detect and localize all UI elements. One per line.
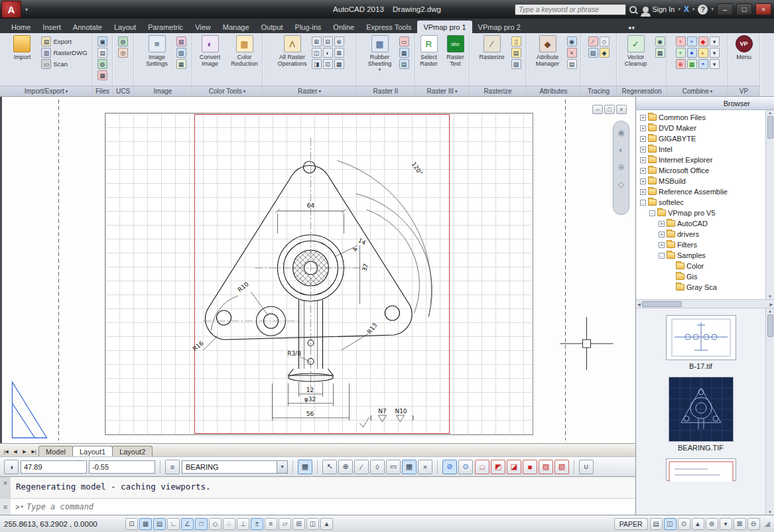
mask-hatch2[interactable]: ▧ bbox=[554, 460, 569, 474]
raster2-crop-icon[interactable]: ▭ bbox=[399, 36, 409, 46]
expand-icon[interactable]: + bbox=[640, 178, 646, 184]
polar-tracking[interactable]: ∠ bbox=[181, 518, 194, 530]
autoscale[interactable]: ⊚ bbox=[706, 518, 718, 530]
sign-in-button[interactable]: Sign In bbox=[652, 5, 675, 13]
scroll-right-icon[interactable]: ▶ bbox=[769, 302, 773, 306]
selection-cycling[interactable]: ◫ bbox=[306, 518, 319, 530]
combine-3-icon[interactable]: ◆ bbox=[698, 36, 708, 46]
3d-object-snap[interactable]: ◇ bbox=[209, 518, 222, 530]
sign-in-caret-icon[interactable]: ▾ bbox=[678, 7, 680, 12]
navigation-wheel-icon[interactable]: ◉ bbox=[617, 128, 624, 137]
image-list-button[interactable]: ≡ bbox=[165, 460, 180, 474]
ribbon-options-icon[interactable]: ●▾ bbox=[628, 25, 635, 31]
panel-label-combine[interactable]: Combine▾ bbox=[667, 86, 728, 96]
layout-toggle[interactable]: ◫ bbox=[664, 518, 677, 530]
panel-label-regeneration[interactable]: Regeneration bbox=[617, 86, 667, 96]
ribbon-button-rasterdwg[interactable]: ▥RasterDWG bbox=[41, 48, 87, 58]
file-frames-icon[interactable]: ▣ bbox=[97, 36, 107, 46]
sidebar-item-drivers[interactable]: +drivers bbox=[636, 229, 765, 239]
ribbon-button-select-raster[interactable]: RSelect Raster bbox=[417, 35, 441, 67]
panel-label-vp[interactable]: VP bbox=[728, 86, 759, 96]
trace-hatch-icon[interactable]: ▨ bbox=[588, 48, 598, 58]
image-histogram-icon[interactable]: ▨ bbox=[176, 36, 186, 46]
layout-tab-model[interactable]: Model bbox=[38, 446, 73, 456]
annotation-scale[interactable]: ⊙ bbox=[678, 518, 690, 530]
infer-constraints[interactable]: ⊡ bbox=[125, 518, 138, 530]
minimize-button[interactable]: – bbox=[717, 3, 733, 15]
close-button[interactable]: × bbox=[755, 3, 771, 15]
help-button[interactable]: ? bbox=[698, 5, 708, 15]
workspace-menu[interactable]: ▾ bbox=[720, 518, 732, 530]
scan-icon[interactable]: ▭ bbox=[41, 59, 51, 69]
attribute-delete-icon[interactable]: × bbox=[567, 48, 577, 58]
paper-space-button[interactable]: PAPER bbox=[614, 518, 648, 530]
draw-tool[interactable]: ∕ bbox=[354, 460, 369, 474]
raster-op-4-icon[interactable]: ◫ bbox=[312, 48, 322, 58]
help-caret-icon[interactable]: ▾ bbox=[711, 7, 714, 12]
exchange-caret-icon[interactable]: ▾ bbox=[692, 7, 695, 12]
search-icon[interactable] bbox=[629, 6, 637, 13]
trace-poly-icon[interactable]: ◇ bbox=[600, 36, 610, 46]
panel-label-raster-ii[interactable]: Raster II bbox=[357, 86, 415, 96]
object-snap-tracking[interactable]: ∴ bbox=[223, 518, 235, 530]
combine-8-icon[interactable]: ▾ bbox=[710, 48, 720, 58]
tree-horizontal-scrollbar[interactable]: ◀ ▶ bbox=[636, 300, 774, 308]
rasterize-page2-icon[interactable]: ▤ bbox=[511, 48, 521, 58]
thumbnail-partial[interactable] bbox=[636, 458, 765, 481]
sidebar-item-intel[interactable]: +Intel bbox=[636, 144, 765, 155]
expand-icon[interactable]: + bbox=[640, 115, 646, 121]
command-input[interactable] bbox=[27, 502, 635, 511]
export-icon[interactable]: ▤ bbox=[41, 36, 51, 46]
sidebar-item-filters[interactable]: +Filters bbox=[636, 239, 765, 250]
panel-label-tracing[interactable]: Tracing bbox=[581, 86, 616, 96]
image-select[interactable]: BEARING ▾ bbox=[182, 460, 288, 474]
panel-label-rasterize[interactable]: Rasterize bbox=[470, 86, 526, 96]
expand-icon[interactable]: + bbox=[640, 136, 646, 142]
sidebar-item-reference-assemblie[interactable]: +Reference Assemblie bbox=[636, 186, 765, 197]
regen-2-icon[interactable]: ▦ bbox=[655, 48, 665, 58]
app-logo[interactable]: A bbox=[1, 1, 21, 18]
raster-snap-toggle[interactable]: ▦ bbox=[298, 460, 312, 474]
combine-11-icon[interactable]: ◓ bbox=[698, 59, 708, 69]
image-channels-icon[interactable]: ▦ bbox=[176, 59, 186, 69]
scroll-thumb[interactable] bbox=[642, 301, 682, 307]
ribbon-button-scan[interactable]: ▭Scan bbox=[41, 59, 87, 69]
image-adjust-button[interactable]: ◑ bbox=[4, 460, 19, 474]
navigation-bar[interactable]: ◉ ◐ ⊕ ◇ bbox=[613, 121, 629, 215]
erase-tool[interactable]: ◊ bbox=[370, 460, 385, 474]
select-tool[interactable]: ↖ bbox=[322, 460, 337, 474]
layout-nav-1-icon[interactable]: ◀ bbox=[11, 446, 20, 456]
combine-2-icon[interactable]: + bbox=[687, 36, 697, 46]
mask-full[interactable]: ■ bbox=[523, 460, 537, 474]
pick-tool[interactable]: ⊕ bbox=[338, 460, 353, 474]
combine-12-icon[interactable]: ▾ bbox=[710, 59, 720, 69]
layout-nav-3-icon[interactable]: ▶| bbox=[29, 446, 38, 456]
thumbnail-image[interactable] bbox=[666, 458, 736, 481]
ribbon-tab-annotate[interactable]: Annotate bbox=[67, 21, 108, 33]
raster-op-1-icon[interactable]: ⊞ bbox=[312, 36, 322, 46]
ribbon-tab-output[interactable]: Output bbox=[255, 21, 289, 33]
ribbon-button-all-raster-operations[interactable]: ΛAll Raster Operations bbox=[275, 35, 310, 67]
orbit-icon[interactable]: ◇ bbox=[618, 180, 624, 189]
ribbon-button-vector-cleanup[interactable]: ✓Vector Cleanup bbox=[619, 35, 653, 67]
sidebar-item-samples[interactable]: -Samples bbox=[636, 250, 765, 261]
lock-ui[interactable]: ⊠ bbox=[734, 518, 746, 530]
rect-tool[interactable]: ▭ bbox=[386, 460, 401, 474]
raster-op-6-icon[interactable]: ⊠ bbox=[334, 48, 344, 58]
panel-label-image[interactable]: Image bbox=[134, 86, 192, 96]
file-globe-icon[interactable]: ◍ bbox=[97, 59, 107, 69]
file-grid-icon[interactable]: ▦ bbox=[97, 70, 107, 80]
thumbnail-image[interactable] bbox=[669, 377, 734, 442]
layout-tab-layout1[interactable]: Layout1 bbox=[72, 446, 113, 456]
sidebar-item-gigabyte[interactable]: +GIGABYTE bbox=[636, 133, 765, 144]
expand-icon[interactable]: + bbox=[640, 125, 646, 131]
sidebar-item-gis[interactable]: Gis bbox=[636, 271, 765, 282]
zoom-icon[interactable]: ⊕ bbox=[617, 163, 624, 172]
sidebar-item-dvd-maker[interactable]: +DVD Maker bbox=[636, 123, 765, 133]
ribbon-button-attribute-manager[interactable]: ◆Attribute Manager bbox=[531, 35, 565, 67]
ribbon-button-rasterize[interactable]: ∕Rasterize bbox=[475, 35, 509, 60]
ucs-globe-icon[interactable]: ◍ bbox=[118, 36, 128, 46]
object-snap[interactable]: □ bbox=[195, 518, 208, 530]
collapse-icon[interactable]: - bbox=[659, 253, 665, 259]
transparency[interactable]: ▱ bbox=[279, 518, 291, 530]
